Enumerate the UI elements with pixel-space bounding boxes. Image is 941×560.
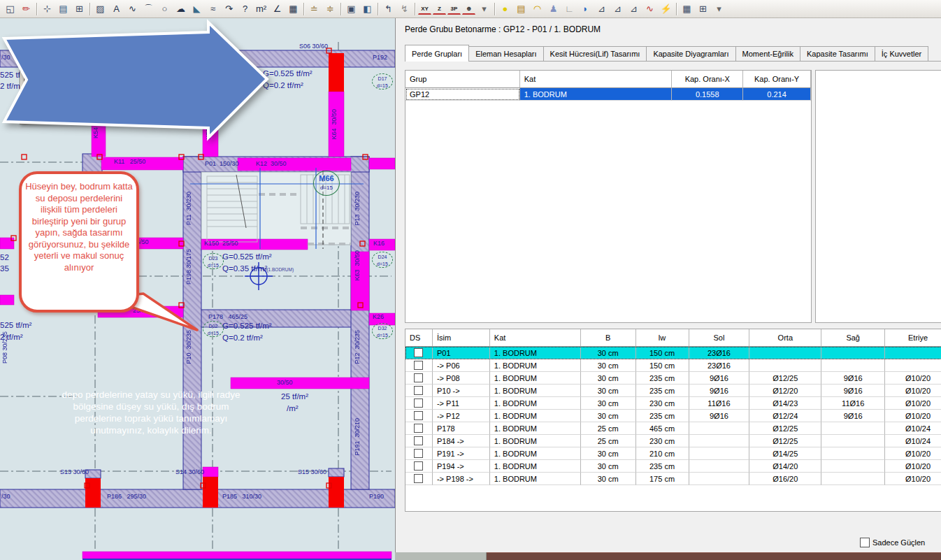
wall-cell[interactable]: 1. BODRUM (490, 473, 581, 485)
wall-table-row[interactable]: P011. BODRUM30 cm150 cm23Ø16 (405, 347, 941, 359)
tab-3[interactable]: Kesit Hücresi(Lif) Tasarımı (543, 46, 647, 61)
wall-cell[interactable]: P10 -> (433, 385, 490, 397)
row-select-cell[interactable] (405, 372, 433, 385)
wall-cell[interactable]: P01 (433, 347, 490, 359)
coord-z-icon[interactable]: Z (433, 3, 446, 15)
wall-cell[interactable]: 150 cm (636, 359, 689, 372)
wall-cell[interactable]: Ø12/25 (749, 372, 821, 385)
pendulum-icon[interactable]: ♟ (545, 1, 561, 17)
wall-cell[interactable] (821, 435, 885, 447)
wall-cell[interactable]: -> P12 (433, 410, 490, 422)
wall-cell[interactable]: P191 -> (433, 447, 490, 460)
rotate-icon[interactable]: ↷ (221, 1, 237, 17)
wall-table-row[interactable]: P191 ->1. BODRUM30 cm210 cmØ14/25Ø10/20 (405, 447, 941, 460)
tab-4[interactable]: Kapasite Diyagramları (646, 46, 735, 61)
wall-cell[interactable] (885, 347, 941, 359)
wall-table[interactable]: DSİsimKatBlwSolOrtaSağEtriyeP011. BODRUM… (405, 329, 941, 512)
coord-3p-icon[interactable]: 3P (447, 3, 461, 15)
wall-cell[interactable]: 30 cm (581, 347, 636, 359)
wall-cell[interactable]: Ø10/24 (885, 422, 941, 435)
lightning-icon[interactable]: ⚡ (658, 1, 674, 17)
wall-cell[interactable] (821, 359, 885, 372)
axis-icon[interactable]: ↯ (396, 1, 412, 17)
window-icon[interactable]: ▣ (343, 1, 359, 17)
wall-cell[interactable]: 230 cm (636, 435, 689, 447)
wall-cell[interactable]: Ø10/20 (885, 460, 941, 473)
wall-cell[interactable]: Ø10/20 (885, 447, 941, 460)
row-select-cell[interactable] (405, 473, 433, 485)
wall-cell[interactable]: -> P198 -> (433, 473, 490, 485)
wall-cell[interactable]: P194 -> (433, 460, 490, 473)
chart-bilinear-icon[interactable]: ⊿ (594, 1, 610, 17)
wall-cell[interactable]: Ø14/25 (749, 447, 821, 460)
circle-icon[interactable]: ○ (157, 1, 173, 17)
wall-cell[interactable] (689, 435, 750, 447)
level2-icon[interactable]: ≑ (322, 1, 338, 17)
wall-cell[interactable]: 30 cm (581, 385, 636, 397)
wall-cell[interactable]: 235 cm (636, 385, 689, 397)
row-select-cell[interactable] (405, 397, 433, 410)
wall-cell[interactable]: 1. BODRUM (490, 460, 581, 473)
wall-cell[interactable]: Ø10/20 (885, 473, 941, 485)
wall-cell[interactable]: 9Ø16 (821, 372, 885, 385)
tile-icon[interactable]: ◧ (359, 1, 375, 17)
wall-cell[interactable] (821, 447, 885, 460)
row-checkbox[interactable] (414, 474, 423, 483)
wall-cell[interactable]: 1. BODRUM (490, 435, 581, 447)
wall-cell[interactable]: 30 cm (581, 397, 636, 410)
move-icon[interactable]: ⊹ (39, 1, 55, 17)
cad-drawing-area[interactable]: S04 30/60S05 30/60S06 30/60/30P179 310/3… (0, 18, 395, 560)
wall-cell[interactable]: 175 cm (636, 473, 689, 485)
wall-cell[interactable] (821, 473, 885, 485)
curve-icon[interactable]: ∿ (642, 1, 658, 17)
wall-cell[interactable]: 210 cm (636, 447, 689, 460)
row-select-cell[interactable] (405, 410, 433, 422)
group-cell-grup[interactable]: GP12 (405, 88, 520, 101)
wall-cell[interactable] (821, 422, 885, 435)
wall-table-row[interactable]: -> P198 ->1. BODRUM30 cm175 cmØ16/20Ø10/… (405, 473, 941, 485)
wall-cell[interactable]: Ø12/25 (749, 422, 821, 435)
block-icon[interactable]: ▤ (55, 1, 71, 17)
wall-cell[interactable] (689, 473, 750, 485)
section-icon[interactable]: ∟ (561, 1, 577, 17)
wall-cell[interactable]: 1. BODRUM (490, 347, 581, 359)
wall-cell[interactable]: 9Ø16 (689, 410, 750, 422)
wall-cell[interactable]: P178 (433, 422, 490, 435)
wall-table-row[interactable]: P194 ->1. BODRUM30 cm235 cmØ14/20Ø10/20 (405, 460, 941, 473)
wall-cell[interactable]: Ø14/23 (749, 397, 821, 410)
table-add-icon[interactable]: ▦ (679, 1, 695, 17)
wall-cell[interactable]: 30 cm (581, 460, 636, 473)
wall-table-row[interactable]: -> P081. BODRUM30 cm235 cm9Ø16Ø12/259Ø16… (405, 372, 941, 385)
wall-cell[interactable]: 9Ø16 (821, 410, 885, 422)
wall-table-row[interactable]: P10 ->1. BODRUM30 cm235 cm9Ø16Ø12/209Ø16… (405, 385, 941, 397)
wall-cell[interactable] (821, 347, 885, 359)
slope-icon[interactable]: ◣ (189, 1, 205, 17)
row-select-cell[interactable] (405, 422, 433, 435)
column-icon[interactable]: ● (497, 1, 513, 17)
row-checkbox[interactable] (414, 424, 423, 433)
angle-icon[interactable]: ∠ (269, 1, 285, 17)
chart-p-icon[interactable]: ⊿ (610, 1, 626, 17)
row-checkbox[interactable] (414, 348, 423, 357)
wall-cell[interactable]: 235 cm (636, 460, 689, 473)
row-checkbox[interactable] (414, 361, 423, 370)
wall-cell[interactable] (821, 460, 885, 473)
wall-cell[interactable]: 9Ø16 (689, 385, 750, 397)
wall-table-row[interactable]: -> P121. BODRUM30 cm235 cm9Ø16Ø12/249Ø16… (405, 410, 941, 422)
wall-cell[interactable]: 9Ø16 (821, 385, 885, 397)
wall-table-row[interactable]: P184 ->1. BODRUM25 cm230 cmØ12/25Ø10/24 (405, 435, 941, 447)
grid-icon[interactable]: ⊞ (71, 1, 87, 17)
wall-cell[interactable]: -> P06 (433, 359, 490, 372)
wall-cell[interactable]: Ø10/20 (885, 372, 941, 385)
row-checkbox[interactable] (414, 399, 423, 408)
wall-cell[interactable]: Ø10/20 (885, 397, 941, 410)
wall-cell[interactable]: 465 cm (636, 422, 689, 435)
coord-target-icon[interactable]: ⊕ (462, 3, 475, 15)
wall-cell[interactable]: -> P08 (433, 372, 490, 385)
row-select-cell[interactable] (405, 385, 433, 397)
wall-cell[interactable]: 235 cm (636, 410, 689, 422)
group-table[interactable]: GrupKatKap. Oranı-XKap. Oranı-YGP121. BO… (405, 70, 812, 323)
arc-icon[interactable]: ⌒ (141, 1, 157, 17)
row-checkbox[interactable] (414, 436, 423, 445)
more-dropdown-icon[interactable]: ▾ (476, 1, 492, 17)
